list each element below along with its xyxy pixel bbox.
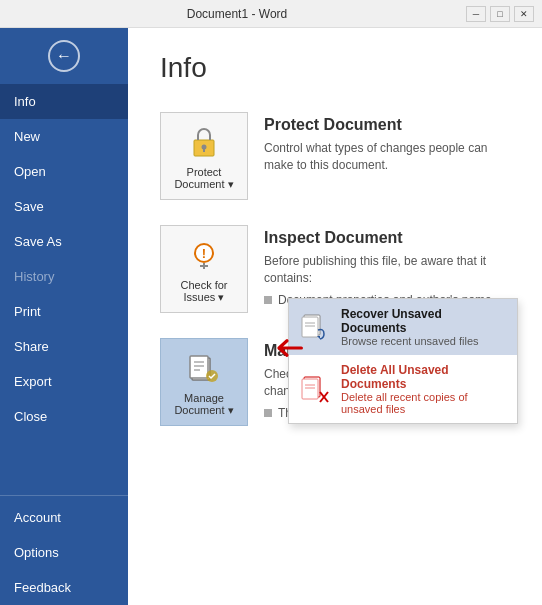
delete-icon — [299, 373, 331, 405]
manage-bullet-icon — [264, 409, 272, 417]
delete-desc: Delete all recent copies of unsaved file… — [341, 391, 507, 415]
sidebar-nav: Info New Open Save Save As History Print… — [0, 84, 128, 495]
sidebar-item-options[interactable]: Options — [0, 535, 128, 570]
back-button[interactable]: ← — [0, 28, 128, 84]
delete-text: Delete All Unsaved Documents Delete all … — [341, 363, 507, 415]
protect-title: Protect Document — [264, 116, 510, 134]
manage-icon-label: ManageDocument ▾ — [174, 392, 233, 417]
protect-desc: Control what types of changes people can… — [264, 140, 510, 174]
sidebar-item-history: History — [0, 259, 128, 294]
protect-document-button[interactable]: ProtectDocument ▾ — [160, 112, 248, 200]
recover-title: Recover Unsaved Documents — [341, 307, 507, 335]
sidebar-item-account[interactable]: Account — [0, 500, 128, 535]
sidebar-item-print[interactable]: Print — [0, 294, 128, 329]
minimize-button[interactable]: ─ — [466, 6, 486, 22]
main-content: Info ProtectDocument ▾ Protect Document — [128, 28, 542, 605]
sidebar-bottom: Account Options Feedback — [0, 495, 128, 605]
sidebar-item-save-as[interactable]: Save As — [0, 224, 128, 259]
sidebar-item-share[interactable]: Share — [0, 329, 128, 364]
delete-unsaved-button[interactable]: Delete All Unsaved Documents Delete all … — [289, 355, 517, 423]
maximize-button[interactable]: □ — [490, 6, 510, 22]
title-bar: Document1 - Word ─ □ ✕ — [0, 0, 542, 28]
app-container: ← Info New Open Save Save As History Pri… — [0, 28, 542, 605]
page-title-area: Info — [128, 28, 542, 100]
svg-point-1 — [202, 144, 207, 149]
sidebar-item-close[interactable]: Close — [0, 399, 128, 434]
close-button[interactable]: ✕ — [514, 6, 534, 22]
recover-text: Recover Unsaved Documents Browse recent … — [341, 307, 507, 347]
recover-desc: Browse recent unsaved files — [341, 335, 507, 347]
inspect-title: Inspect Document — [264, 229, 510, 247]
sidebar-item-info[interactable]: Info — [0, 84, 128, 119]
lock-icon — [184, 122, 224, 162]
svg-rect-14 — [302, 317, 318, 337]
sidebar-item-new[interactable]: New — [0, 119, 128, 154]
inspect-icon: ! — [184, 235, 224, 275]
title-bar-text: Document1 - Word — [8, 7, 466, 21]
svg-rect-18 — [302, 379, 318, 399]
window-controls: ─ □ ✕ — [466, 6, 534, 22]
page-title: Info — [160, 52, 510, 84]
sidebar: ← Info New Open Save Save As History Pri… — [0, 28, 128, 605]
protect-icon-label: ProtectDocument ▾ — [174, 166, 233, 191]
delete-title: Delete All Unsaved Documents — [341, 363, 507, 391]
svg-text:!: ! — [202, 246, 206, 261]
bullet-icon — [264, 296, 272, 304]
back-circle: ← — [48, 40, 80, 72]
manage-dropdown: Recover Unsaved Documents Browse recent … — [288, 298, 518, 424]
sidebar-item-export[interactable]: Export — [0, 364, 128, 399]
sidebar-item-save[interactable]: Save — [0, 189, 128, 224]
protect-text: Protect Document Control what types of c… — [264, 112, 510, 174]
inspect-text: Inspect Document Before publishing this … — [264, 225, 510, 307]
manage-document-button[interactable]: ManageDocument ▾ — [160, 338, 248, 426]
manage-icon — [184, 348, 224, 388]
arrow-indicator — [271, 336, 303, 360]
check-issues-label: Check forIssues ▾ — [180, 279, 227, 304]
check-issues-button[interactable]: ! Check forIssues ▾ — [160, 225, 248, 313]
svg-rect-8 — [190, 356, 208, 378]
sidebar-item-feedback[interactable]: Feedback — [0, 570, 128, 605]
recover-icon — [299, 311, 331, 343]
recover-unsaved-button[interactable]: Recover Unsaved Documents Browse recent … — [289, 299, 517, 355]
inspect-desc: Before publishing this file, be aware th… — [264, 253, 510, 287]
sidebar-item-open[interactable]: Open — [0, 154, 128, 189]
info-section-protect: ProtectDocument ▾ Protect Document Contr… — [160, 100, 510, 213]
